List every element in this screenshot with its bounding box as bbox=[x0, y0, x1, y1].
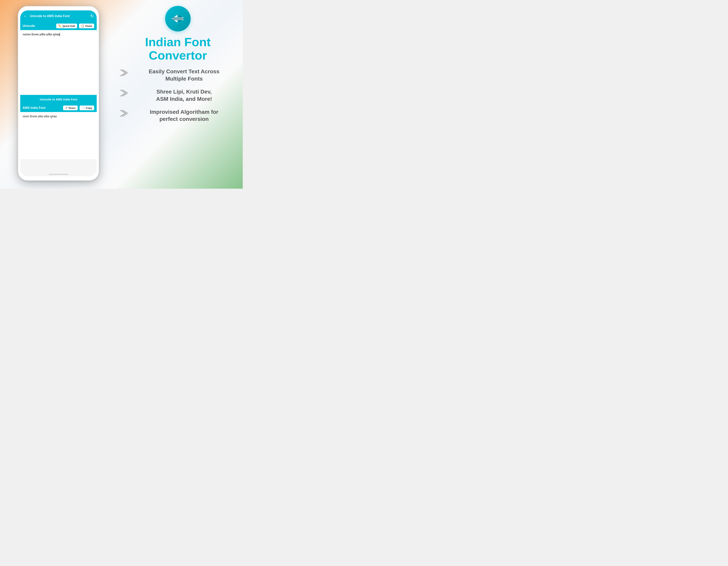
phone-mockup: ← Unicode to AMS India Font ↻ Unicode ✏️… bbox=[18, 6, 99, 181]
feature-item-2: Shree Lipi, Kruti Dev,ASM India, and Mor… bbox=[119, 88, 237, 103]
refresh-button[interactable]: ↻ bbox=[90, 14, 94, 19]
feature-text-3: Improvised Algoritham forperfect convers… bbox=[131, 108, 237, 123]
right-panel: Indian Font Convertor Easily Convert Tex… bbox=[119, 6, 237, 129]
chevron-right-icon-3 bbox=[119, 109, 128, 118]
feature-arrow-1 bbox=[119, 68, 128, 77]
ams-output-text: स्वातंय दिनाच्या हदिक हदिक शुभेच्छा bbox=[23, 115, 57, 118]
feature-text-1: Easily Convert Text AcrossMultiple Fonts bbox=[131, 68, 237, 82]
chevron-right-icon-1 bbox=[119, 68, 128, 77]
feature-arrow-3 bbox=[119, 109, 128, 118]
back-button[interactable]: ← bbox=[23, 14, 28, 19]
chevron-right-icon-2 bbox=[119, 89, 128, 97]
paste-button[interactable]: 📋 Paste bbox=[79, 23, 94, 28]
feature-arrow-2 bbox=[119, 89, 128, 97]
edit-icon: ✏️ bbox=[58, 24, 62, 28]
convert-button[interactable]: Unicode to AMS India Font bbox=[20, 95, 97, 104]
svg-marker-1 bbox=[173, 15, 184, 23]
text-cursor bbox=[60, 33, 60, 36]
unicode-section-header: Unicode ✏️ Quick Edit 📋 Paste bbox=[20, 22, 97, 30]
heading-line1: Indian Font bbox=[119, 35, 237, 49]
paste-label: Paste bbox=[85, 25, 92, 28]
ams-output-area: स्वातंय दिनाच्या हदिक हदिक शुभेच्छा bbox=[20, 112, 97, 159]
logo-arrows-svg bbox=[171, 13, 185, 25]
phone-outer: ← Unicode to AMS India Font ↻ Unicode ✏️… bbox=[18, 6, 99, 181]
quick-edit-button[interactable]: ✏️ Quick Edit bbox=[56, 23, 77, 28]
paste-icon: 📋 bbox=[81, 24, 84, 28]
copy-button[interactable]: 📄 Copy bbox=[79, 105, 95, 110]
ams-label: AMS India Font bbox=[23, 106, 45, 110]
phone-screen: ← Unicode to AMS India Font ↻ Unicode ✏️… bbox=[20, 10, 97, 176]
heading-line2: Convertor bbox=[119, 49, 237, 62]
app-title: Unicode to AMS India Font bbox=[30, 14, 88, 18]
app-header: ← Unicode to AMS India Font ↻ bbox=[20, 10, 97, 22]
ams-header-buttons: ↗ Share 📄 Copy bbox=[63, 105, 94, 110]
share-button[interactable]: ↗ Share bbox=[63, 105, 78, 110]
feature-text-content-3: Improvised Algoritham forperfect convers… bbox=[150, 109, 218, 122]
share-label: Share bbox=[68, 107, 75, 109]
feature-item-3: Improvised Algoritham forperfect convers… bbox=[119, 108, 237, 123]
unicode-text: स्वातंत्र्य दिनाच्या हार्दिक हार्दिक शुभ… bbox=[23, 33, 60, 36]
ams-section-header: AMS India Font ↗ Share 📄 Copy bbox=[20, 104, 97, 112]
feature-text-2: Shree Lipi, Kruti Dev,ASM India, and Mor… bbox=[131, 88, 237, 103]
quick-edit-label: Quick Edit bbox=[63, 25, 75, 28]
feature-item-1: Easily Convert Text AcrossMultiple Fonts bbox=[119, 68, 237, 82]
convert-button-label: Unicode to AMS India Font bbox=[40, 98, 77, 101]
unicode-label: Unicode bbox=[23, 24, 35, 28]
copy-label: Copy bbox=[86, 107, 92, 109]
unicode-input-area[interactable]: स्वातंत्र्य दिनाच्या हार्दिक हार्दिक शुभ… bbox=[20, 30, 97, 95]
feature-text-content-2: Shree Lipi, Kruti Dev,ASM India, and Mor… bbox=[156, 89, 212, 102]
logo-container bbox=[119, 6, 237, 31]
logo-circle bbox=[165, 6, 191, 31]
copy-icon: 📄 bbox=[82, 106, 85, 109]
main-heading: Indian Font Convertor bbox=[119, 35, 237, 62]
unicode-header-buttons: ✏️ Quick Edit 📋 Paste bbox=[56, 23, 94, 28]
phone-home-indicator bbox=[49, 174, 68, 175]
feature-text-content-1: Easily Convert Text AcrossMultiple Fonts bbox=[149, 68, 219, 82]
share-icon: ↗ bbox=[65, 106, 67, 109]
features-list: Easily Convert Text AcrossMultiple Fonts… bbox=[119, 68, 237, 123]
